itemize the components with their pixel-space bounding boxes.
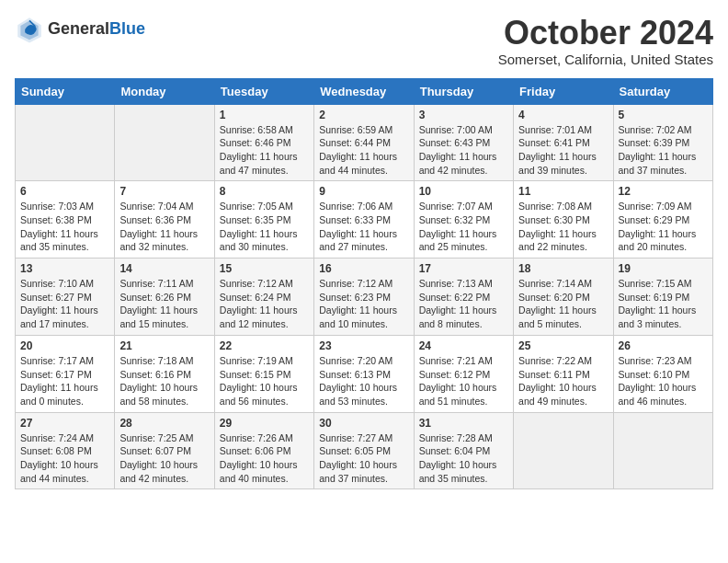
day-info: Sunrise: 7:08 AMSunset: 6:30 PMDaylight:…: [518, 200, 608, 254]
calendar-cell: 9Sunrise: 7:06 AMSunset: 6:33 PMDaylight…: [314, 181, 414, 259]
day-info: Sunrise: 6:58 AMSunset: 6:46 PMDaylight:…: [220, 123, 309, 178]
calendar-cell: 3Sunrise: 7:00 AMSunset: 6:43 PMDaylight…: [414, 104, 513, 181]
calendar-cell: 25Sunrise: 7:22 AMSunset: 6:11 PMDayligh…: [514, 335, 613, 412]
day-number: 11: [518, 185, 608, 198]
calendar-cell: [115, 104, 214, 181]
day-info: Sunrise: 7:25 AMSunset: 6:07 PMDaylight:…: [119, 431, 209, 486]
title-block: October 2024 Somerset, California, Unite…: [498, 15, 713, 67]
calendar-cell: 2Sunrise: 6:59 AMSunset: 6:44 PMDaylight…: [314, 104, 414, 181]
day-info: Sunrise: 7:14 AMSunset: 6:20 PMDaylight:…: [518, 277, 608, 331]
calendar-header-tuesday: Tuesday: [214, 78, 313, 104]
day-number: 6: [20, 185, 109, 198]
calendar-cell: 31Sunrise: 7:28 AMSunset: 6:04 PMDayligh…: [414, 412, 513, 489]
calendar-cell: 4Sunrise: 7:01 AMSunset: 6:41 PMDaylight…: [514, 104, 613, 181]
day-info: Sunrise: 7:05 AMSunset: 6:35 PMDaylight:…: [220, 200, 309, 254]
day-number: 12: [619, 185, 708, 198]
calendar-cell: 15Sunrise: 7:12 AMSunset: 6:24 PMDayligh…: [214, 259, 313, 336]
day-number: 1: [220, 109, 309, 121]
calendar-cell: 24Sunrise: 7:21 AMSunset: 6:12 PMDayligh…: [414, 335, 513, 412]
day-number: 18: [518, 262, 608, 275]
calendar-cell: 30Sunrise: 7:27 AMSunset: 6:05 PMDayligh…: [314, 412, 414, 489]
day-info: Sunrise: 7:12 AMSunset: 6:23 PMDaylight:…: [319, 277, 408, 331]
day-number: 9: [319, 185, 408, 198]
day-info: Sunrise: 7:21 AMSunset: 6:12 PMDaylight:…: [419, 354, 508, 408]
day-number: 10: [419, 185, 508, 198]
day-info: Sunrise: 7:18 AMSunset: 6:16 PMDaylight:…: [119, 354, 209, 408]
logo-general: General: [48, 19, 109, 38]
day-info: Sunrise: 7:00 AMSunset: 6:43 PMDaylight:…: [419, 123, 508, 178]
calendar-header-row: SundayMondayTuesdayWednesdayThursdayFrid…: [16, 78, 713, 104]
calendar-header-saturday: Saturday: [613, 78, 712, 104]
calendar-cell: 26Sunrise: 7:23 AMSunset: 6:10 PMDayligh…: [613, 335, 712, 412]
day-number: 19: [619, 262, 708, 275]
calendar-week-5: 27Sunrise: 7:24 AMSunset: 6:08 PMDayligh…: [16, 412, 713, 489]
calendar-cell: 6Sunrise: 7:03 AMSunset: 6:38 PMDaylight…: [16, 181, 115, 259]
calendar-table: SundayMondayTuesdayWednesdayThursdayFrid…: [15, 78, 713, 490]
logo-text: GeneralBlue: [48, 19, 145, 40]
day-info: Sunrise: 7:03 AMSunset: 6:38 PMDaylight:…: [20, 200, 109, 254]
day-info: Sunrise: 7:02 AMSunset: 6:39 PMDaylight:…: [619, 123, 708, 178]
calendar-cell: 11Sunrise: 7:08 AMSunset: 6:30 PMDayligh…: [514, 181, 613, 259]
calendar-cell: [514, 412, 613, 489]
calendar-cell: 17Sunrise: 7:13 AMSunset: 6:22 PMDayligh…: [414, 259, 513, 336]
calendar-cell: 13Sunrise: 7:10 AMSunset: 6:27 PMDayligh…: [16, 259, 115, 336]
day-number: 15: [220, 262, 309, 275]
calendar-week-2: 6Sunrise: 7:03 AMSunset: 6:38 PMDaylight…: [16, 181, 713, 259]
day-number: 4: [518, 109, 608, 121]
calendar-week-3: 13Sunrise: 7:10 AMSunset: 6:27 PMDayligh…: [16, 259, 713, 336]
day-number: 2: [319, 109, 408, 121]
day-number: 23: [319, 339, 408, 352]
calendar-header-friday: Friday: [514, 78, 613, 104]
day-number: 20: [20, 339, 109, 352]
day-number: 21: [119, 339, 209, 352]
calendar-cell: 20Sunrise: 7:17 AMSunset: 6:17 PMDayligh…: [16, 335, 115, 412]
calendar-cell: 14Sunrise: 7:11 AMSunset: 6:26 PMDayligh…: [115, 259, 214, 336]
location: Somerset, California, United States: [498, 52, 713, 67]
day-number: 7: [119, 185, 209, 198]
day-number: 29: [220, 417, 309, 430]
day-number: 5: [619, 109, 708, 121]
calendar-cell: 8Sunrise: 7:05 AMSunset: 6:35 PMDaylight…: [214, 181, 313, 259]
calendar-week-4: 20Sunrise: 7:17 AMSunset: 6:17 PMDayligh…: [16, 335, 713, 412]
day-number: 30: [319, 417, 408, 430]
day-info: Sunrise: 7:24 AMSunset: 6:08 PMDaylight:…: [20, 431, 109, 486]
calendar-cell: 21Sunrise: 7:18 AMSunset: 6:16 PMDayligh…: [115, 335, 214, 412]
calendar-header-sunday: Sunday: [16, 78, 115, 104]
calendar-header-wednesday: Wednesday: [314, 78, 414, 104]
calendar-cell: 27Sunrise: 7:24 AMSunset: 6:08 PMDayligh…: [16, 412, 115, 489]
calendar-cell: [16, 104, 115, 181]
day-number: 26: [619, 339, 708, 352]
calendar-cell: 12Sunrise: 7:09 AMSunset: 6:29 PMDayligh…: [613, 181, 712, 259]
calendar-cell: 18Sunrise: 7:14 AMSunset: 6:20 PMDayligh…: [514, 259, 613, 336]
day-info: Sunrise: 7:26 AMSunset: 6:06 PMDaylight:…: [220, 431, 309, 486]
logo: GeneralBlue: [15, 15, 145, 44]
logo-blue: Blue: [109, 19, 145, 38]
day-info: Sunrise: 7:22 AMSunset: 6:11 PMDaylight:…: [518, 354, 608, 408]
page-header: GeneralBlue October 2024 Somerset, Calif…: [15, 15, 713, 67]
calendar-cell: 22Sunrise: 7:19 AMSunset: 6:15 PMDayligh…: [214, 335, 313, 412]
day-info: Sunrise: 7:09 AMSunset: 6:29 PMDaylight:…: [619, 200, 708, 254]
day-info: Sunrise: 7:01 AMSunset: 6:41 PMDaylight:…: [518, 123, 608, 178]
day-number: 28: [119, 417, 209, 430]
calendar-cell: 19Sunrise: 7:15 AMSunset: 6:19 PMDayligh…: [613, 259, 712, 336]
day-info: Sunrise: 7:11 AMSunset: 6:26 PMDaylight:…: [119, 277, 209, 331]
day-number: 25: [518, 339, 608, 352]
day-number: 16: [319, 262, 408, 275]
day-info: Sunrise: 7:23 AMSunset: 6:10 PMDaylight:…: [619, 354, 708, 408]
day-info: Sunrise: 6:59 AMSunset: 6:44 PMDaylight:…: [319, 123, 408, 178]
day-info: Sunrise: 7:07 AMSunset: 6:32 PMDaylight:…: [419, 200, 508, 254]
day-number: 13: [20, 262, 109, 275]
calendar-cell: 1Sunrise: 6:58 AMSunset: 6:46 PMDaylight…: [214, 104, 313, 181]
calendar-cell: [613, 412, 712, 489]
day-number: 31: [419, 417, 508, 430]
day-info: Sunrise: 7:04 AMSunset: 6:36 PMDaylight:…: [119, 200, 209, 254]
day-number: 3: [419, 109, 508, 121]
day-number: 14: [119, 262, 209, 275]
calendar-cell: 5Sunrise: 7:02 AMSunset: 6:39 PMDaylight…: [613, 104, 712, 181]
day-info: Sunrise: 7:12 AMSunset: 6:24 PMDaylight:…: [220, 277, 309, 331]
day-info: Sunrise: 7:13 AMSunset: 6:22 PMDaylight:…: [419, 277, 508, 331]
calendar-header-monday: Monday: [115, 78, 214, 104]
calendar-cell: 10Sunrise: 7:07 AMSunset: 6:32 PMDayligh…: [414, 181, 513, 259]
day-info: Sunrise: 7:19 AMSunset: 6:15 PMDaylight:…: [220, 354, 309, 408]
calendar-cell: 28Sunrise: 7:25 AMSunset: 6:07 PMDayligh…: [115, 412, 214, 489]
